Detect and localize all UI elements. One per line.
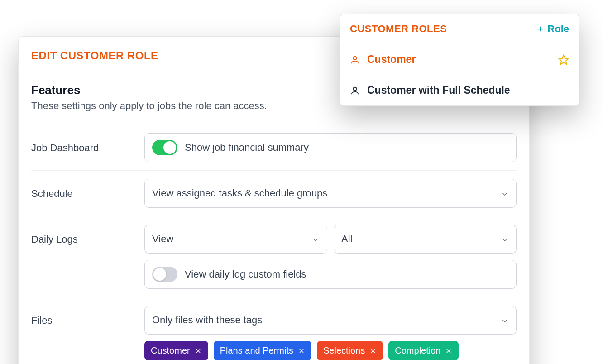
content-schedule: View assigned tasks & schedule groups: [144, 179, 517, 208]
chevron-down-icon: [501, 316, 509, 324]
add-role-button[interactable]: Role: [536, 23, 569, 35]
row-daily-logs: Daily Logs View All: [31, 216, 517, 297]
remove-tag-icon[interactable]: [298, 347, 305, 354]
daily-logs-custom-fields-box: View daily log custom fields: [144, 260, 517, 289]
role-item-label: Customer: [367, 53, 416, 66]
daily-logs-selects: View All: [144, 225, 517, 254]
daily-logs-view-value: View: [152, 233, 173, 245]
role-item-label: Customer with Full Schedule: [367, 84, 510, 96]
svg-point-12: [353, 87, 356, 90]
add-role-label: Role: [547, 23, 569, 35]
customer-roles-popover: CUSTOMER ROLES Role CustomerCustomer wit…: [340, 14, 579, 106]
toggle-label-custom-fields: View daily log custom fields: [185, 268, 306, 280]
files-select[interactable]: Only files with these tags: [144, 306, 517, 335]
label-files: Files: [31, 306, 135, 326]
roles-list: CustomerCustomer with Full Schedule: [340, 44, 579, 105]
chevron-down-icon: [501, 235, 509, 243]
file-tag-label: Selections: [323, 345, 365, 356]
file-tag-label: Customer: [151, 345, 190, 356]
content-job-dashboard: Show job financial summary: [144, 133, 517, 162]
job-dashboard-toggle-box: Show job financial summary: [144, 133, 517, 162]
popover-header: CUSTOMER ROLES Role: [340, 14, 579, 44]
role-item[interactable]: Customer with Full Schedule: [340, 75, 579, 105]
plus-icon: [536, 25, 545, 33]
remove-tag-icon[interactable]: [369, 347, 377, 354]
toggle-daily-log-custom-fields[interactable]: [152, 267, 177, 282]
file-tag-label: Completion: [395, 345, 440, 356]
panel-body: Features These settings only apply to jo…: [19, 73, 529, 364]
user-icon: [350, 86, 360, 96]
popover-title: CUSTOMER ROLES: [350, 23, 447, 35]
daily-logs-scope-value: All: [341, 233, 352, 245]
schedule-select-value: View assigned tasks & schedule groups: [152, 187, 327, 199]
toggle-show-financial-summary[interactable]: [152, 140, 177, 155]
file-tag-label: Plans and Permits: [220, 345, 293, 356]
remove-tag-icon[interactable]: [445, 347, 452, 354]
label-job-dashboard: Job Dashboard: [31, 133, 135, 154]
role-item[interactable]: Customer: [340, 44, 579, 75]
label-schedule: Schedule: [31, 179, 135, 200]
files-tags: CustomerPlans and PermitsSelectionsCompl…: [144, 341, 517, 360]
remove-tag-icon[interactable]: [195, 347, 202, 354]
daily-logs-view-select[interactable]: View: [144, 225, 327, 254]
content-files: Only files with these tags CustomerPlans…: [144, 306, 517, 360]
label-daily-logs: Daily Logs: [31, 225, 135, 245]
file-tag: Completion: [388, 341, 459, 360]
row-job-dashboard: Job Dashboard Show job financial summary: [31, 125, 517, 170]
file-tag: Selections: [317, 341, 383, 360]
chevron-down-icon: [501, 189, 509, 197]
star-icon[interactable]: [558, 54, 569, 65]
user-icon: [350, 55, 360, 65]
row-files: Files Only files with these tags Custome…: [31, 297, 517, 364]
svg-point-10: [353, 56, 356, 59]
toggle-label-financial-summary: Show job financial summary: [185, 142, 309, 153]
chevron-down-icon: [311, 235, 320, 243]
schedule-select[interactable]: View assigned tasks & schedule groups: [144, 179, 517, 208]
daily-logs-scope-select[interactable]: All: [334, 225, 517, 254]
svg-marker-11: [559, 55, 568, 64]
content-daily-logs: View All V: [144, 225, 517, 289]
row-schedule: Schedule View assigned tasks & schedule …: [31, 170, 517, 216]
files-select-value: Only files with these tags: [152, 314, 262, 326]
file-tag: Plans and Permits: [214, 341, 311, 360]
file-tag: Customer: [144, 341, 208, 360]
